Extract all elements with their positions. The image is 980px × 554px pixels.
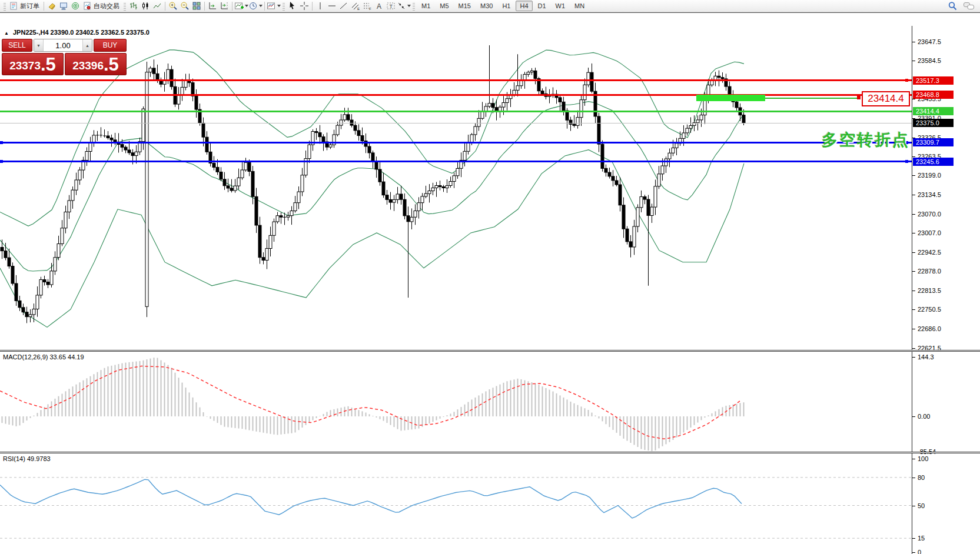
main-price-pane[interactable]	[0, 26, 912, 351]
price-badge-23309.7: 23309.7	[913, 138, 954, 146]
vertical-line-button[interactable]	[314, 1, 326, 11]
fibonacci-button[interactable]: F	[361, 1, 373, 11]
candle	[258, 217, 261, 264]
timeframe-button-mn[interactable]: MN	[570, 1, 589, 11]
cursor-button[interactable]	[287, 1, 298, 11]
period-button[interactable]	[248, 1, 263, 11]
green-highlight-bar[interactable]	[696, 95, 765, 101]
candle	[488, 45, 491, 108]
rsi-pane[interactable]	[0, 453, 912, 554]
candle	[223, 172, 226, 190]
volume-down-button[interactable]: ▼	[34, 39, 43, 51]
timeframe-button-m5[interactable]: M5	[436, 1, 453, 11]
text-label-button[interactable]: T	[385, 1, 397, 11]
buy-button[interactable]: BUY	[94, 39, 127, 52]
candle	[516, 54, 519, 96]
crosshair-icon	[300, 1, 309, 11]
new-order-button[interactable]	[8, 1, 19, 11]
candle	[244, 158, 247, 172]
candle	[110, 135, 113, 147]
eraser-button[interactable]	[46, 1, 58, 11]
chart-window[interactable]: 23414.4 多空转折点 ▲ JPN225-,H4 23390.0 23402…	[0, 13, 980, 554]
chart-shift-button[interactable]	[218, 1, 230, 11]
candle	[248, 159, 251, 176]
timeframe-button-h1[interactable]: H1	[498, 1, 514, 11]
candle	[689, 117, 692, 132]
timeframe-button-m30[interactable]: M30	[476, 1, 497, 11]
bar-chart-button[interactable]	[128, 1, 139, 11]
line-chart-button[interactable]	[151, 1, 163, 11]
candle	[241, 161, 244, 180]
toolbar-separator	[264, 2, 265, 11]
search-button[interactable]	[946, 1, 958, 11]
signal-button[interactable]	[69, 1, 81, 11]
auto-scroll-button[interactable]	[207, 1, 218, 11]
candle	[36, 286, 39, 317]
timeframe-button-h4[interactable]: H4	[516, 1, 532, 11]
template-button[interactable]	[267, 1, 281, 11]
timeframe-button-w1[interactable]: W1	[552, 1, 570, 11]
volume-value[interactable]: 1.00	[43, 39, 83, 51]
candle	[417, 197, 420, 218]
candle	[414, 204, 417, 225]
candle	[308, 141, 311, 163]
candle	[675, 138, 678, 156]
volume-up-button[interactable]: ▲	[83, 39, 92, 51]
zoom-in-button[interactable]	[167, 1, 179, 11]
candle	[29, 309, 32, 322]
indicators-icon	[234, 1, 244, 11]
sell-price-display[interactable]: 23373 .5	[2, 53, 64, 75]
candle	[619, 177, 622, 211]
text-button[interactable]: A	[373, 1, 385, 11]
candle	[654, 180, 657, 215]
buy-price-display[interactable]: 23396 .5	[65, 53, 127, 75]
candle	[329, 143, 332, 149]
timeframe-button-d1[interactable]: D1	[534, 1, 550, 11]
shapes-button[interactable]	[397, 1, 411, 11]
channel-button[interactable]: E	[350, 1, 361, 11]
sell-button[interactable]: SELL	[2, 39, 32, 52]
toolbar-grip	[413, 2, 415, 11]
candle	[39, 277, 42, 299]
macd-pane[interactable]	[0, 352, 912, 452]
crosshair-button[interactable]	[298, 1, 310, 11]
candle	[212, 156, 215, 171]
computer-button[interactable]	[58, 1, 69, 11]
candle	[325, 133, 328, 151]
trendline-button[interactable]	[338, 1, 350, 11]
price-tick-label: 23070.0	[912, 211, 941, 218]
turning-point-note[interactable]: 多空转折点	[822, 129, 910, 151]
candle	[135, 145, 138, 163]
zoom-out-button[interactable]	[179, 1, 191, 11]
indicators-button[interactable]	[234, 1, 248, 11]
timeframe-button-m1[interactable]: M1	[417, 1, 434, 11]
candle	[580, 94, 583, 126]
macd-pane-separator[interactable]	[0, 350, 980, 352]
candlestick-chart-button[interactable]	[139, 1, 151, 11]
candle	[378, 162, 381, 186]
price-callout-label[interactable]: 23414.4	[862, 91, 910, 106]
rsi-pane-separator[interactable]	[0, 452, 980, 453]
candle	[453, 172, 456, 188]
candle	[276, 212, 279, 224]
new-order-label[interactable]: 新订单	[19, 2, 42, 11]
buy-price-main: 23396	[72, 58, 104, 74]
autotrade-label[interactable]: 自动交易	[93, 2, 122, 11]
tile-windows-button[interactable]	[191, 1, 202, 11]
timeframe-button-m15[interactable]: M15	[454, 1, 475, 11]
autotrade-button[interactable]	[81, 1, 93, 11]
toolbar-separator	[204, 2, 205, 11]
candle	[54, 251, 57, 275]
candle	[64, 206, 67, 233]
horizontal-line-button[interactable]	[326, 1, 338, 11]
price-tick-label: 22878.0	[912, 268, 941, 275]
chat-button[interactable]	[963, 1, 975, 11]
collapse-marker-icon[interactable]: ▲	[4, 31, 9, 36]
candle	[449, 176, 452, 188]
svg-text:F: F	[369, 7, 371, 11]
candle	[92, 130, 95, 146]
candle	[99, 127, 102, 138]
fibonacci-icon: F	[363, 1, 372, 11]
candle	[668, 149, 671, 168]
price-axis[interactable]: 23647.523584.523455.523391.023326.523263…	[912, 26, 980, 554]
